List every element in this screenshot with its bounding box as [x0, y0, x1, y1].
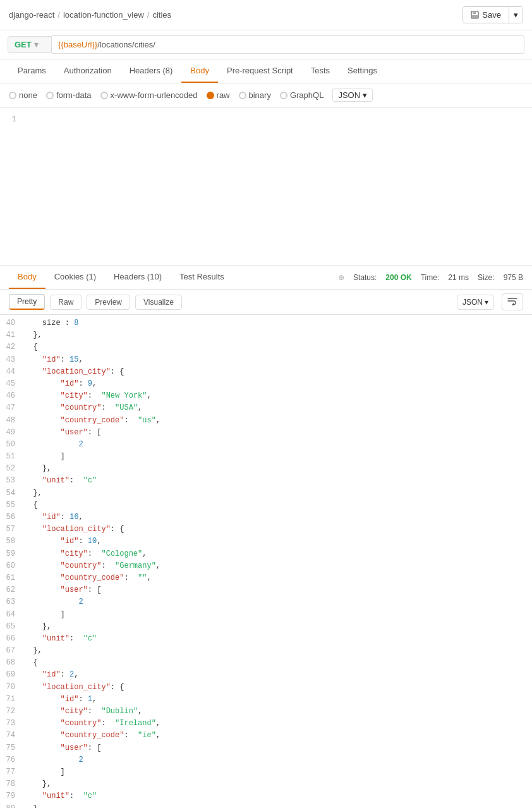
response-json-selector[interactable]: JSON ▾ [457, 295, 494, 310]
radio-raw [207, 92, 214, 99]
breadcrumb-request[interactable]: cities [152, 10, 171, 20]
json-response-line: 70 "location_city": { [0, 682, 532, 694]
json-response-line: 43 "id": 15, [0, 354, 532, 366]
breadcrumb-collection[interactable]: location-function_view [63, 10, 144, 20]
json-response-line: 77 ] [0, 766, 532, 778]
json-response-line: 75 "user": [ [0, 742, 532, 754]
request-body-editor[interactable]: 1 [0, 107, 532, 266]
radio-none [9, 92, 16, 99]
tab-pre-request[interactable]: Pre-request Script [218, 59, 302, 83]
radio-urlencoded [100, 92, 108, 99]
response-json-label: JSON [462, 298, 483, 307]
json-response-line: 49 "user": [ [0, 427, 532, 439]
json-response-line: 51 ] [0, 451, 532, 463]
body-type-form-data[interactable]: form-data [46, 90, 92, 100]
json-response-line: 57 "location_city": { [0, 523, 532, 536]
json-response-line: 71 "id": 1, [0, 694, 532, 706]
body-type-binary[interactable]: binary [239, 90, 271, 100]
json-response-line: 54 }, [0, 487, 532, 499]
response-format-row: Pretty Raw Preview Visualize JSON ▾ [0, 290, 532, 315]
editor-line-number: 1 [0, 114, 25, 126]
body-type-row: none form-data x-www-form-urlencoded raw… [0, 83, 532, 107]
body-type-graphql[interactable]: GraphQL [280, 90, 323, 100]
response-tabs-row: Body Cookies (1) Headers (10) Test Resul… [0, 266, 532, 290]
json-response-line: 68 { [0, 657, 532, 669]
method-chevron: ▾ [34, 40, 39, 49]
json-response-line: 52 }, [0, 463, 532, 475]
status-label: Status: [353, 273, 377, 282]
json-response-line: 80 } [0, 803, 532, 809]
resp-tab-test-results[interactable]: Test Results [171, 266, 233, 289]
radio-graphql [280, 92, 287, 99]
json-response-line: 45 "id": 9, [0, 378, 532, 390]
resp-tab-cookies[interactable]: Cookies (1) [45, 266, 105, 289]
json-response-line: 55 { [0, 499, 532, 511]
json-response-line: 65 }, [0, 621, 532, 633]
json-response-line: 44 "location_city": { [0, 366, 532, 378]
json-response-line: 58 "id": 10, [0, 536, 532, 548]
request-tabs: Params Authorization Headers (8) Body Pr… [0, 59, 532, 83]
radio-binary [239, 92, 246, 99]
method-label: GET [15, 40, 32, 49]
breadcrumb-sep1: / [57, 10, 60, 20]
breadcrumb-project[interactable]: django-react [9, 10, 54, 20]
save-icon [471, 11, 479, 19]
json-format-dropdown[interactable]: JSON ▾ [332, 89, 373, 102]
json-response-line: 61 "country_code": "", [0, 572, 532, 584]
body-type-none[interactable]: none [9, 90, 37, 100]
json-response-line: 74 "country_code": "ie", [0, 730, 532, 742]
size-value: 975 B [504, 273, 523, 282]
body-type-urlencoded[interactable]: x-www-form-urlencoded [100, 90, 198, 100]
response-body-json: 40 size : 841 },42 {43 "id": 15,44 "loca… [0, 315, 532, 808]
tab-body[interactable]: Body [181, 59, 218, 83]
body-type-raw[interactable]: raw [207, 90, 230, 100]
json-response-line: 69 "id": 2, [0, 669, 532, 681]
breadcrumb-sep2: / [147, 10, 150, 20]
tab-settings[interactable]: Settings [339, 59, 386, 83]
method-select[interactable]: GET ▾ [8, 36, 52, 53]
url-bar: GET ▾ {{baseUrl}}/locations/cities/ [0, 30, 532, 59]
tab-params[interactable]: Params [9, 59, 55, 83]
json-response-line: 50 2 [0, 439, 532, 451]
top-bar: django-react / location-function_view / … [0, 0, 532, 30]
tab-headers[interactable]: Headers (8) [121, 59, 182, 83]
resp-tab-body[interactable]: Body [9, 266, 45, 289]
wrap-button[interactable] [502, 293, 523, 310]
json-response-line: 73 "country": "Ireland", [0, 718, 532, 730]
breadcrumb: django-react / location-function_view / … [9, 10, 171, 20]
save-button-group: Save ▾ [462, 6, 523, 23]
tab-authorization[interactable]: Authorization [55, 59, 121, 83]
format-preview-button[interactable]: Preview [87, 295, 130, 310]
json-response-line: 67 }, [0, 645, 532, 657]
save-label: Save [482, 10, 501, 20]
tab-tests[interactable]: Tests [302, 59, 339, 83]
json-response-line: 56 "id": 16, [0, 511, 532, 523]
format-raw-button[interactable]: Raw [50, 295, 82, 310]
time-label: Time: [421, 273, 440, 282]
resp-tab-headers[interactable]: Headers (10) [105, 266, 171, 289]
size-label: Size: [478, 273, 495, 282]
status-value: 200 OK [385, 273, 411, 282]
json-response-line: 40 size : 8 [0, 317, 532, 329]
svg-rect-1 [473, 11, 476, 14]
json-response-line: 46 "city": "New York", [0, 390, 532, 402]
save-chevron-button[interactable]: ▾ [509, 7, 523, 23]
json-response-line: 63 2 [0, 596, 532, 608]
time-value: 21 ms [448, 273, 469, 282]
format-visualize-button[interactable]: Visualize [135, 295, 182, 310]
format-pretty-button[interactable]: Pretty [9, 294, 45, 310]
json-response-line: 62 "user": [ [0, 584, 532, 596]
json-response-line: 48 "country_code": "us", [0, 415, 532, 427]
globe-icon: ⊕ [338, 273, 344, 282]
json-response-line: 79 "unit": "c" [0, 790, 532, 802]
json-response-line: 59 "city": "Cologne", [0, 548, 532, 560]
save-button[interactable]: Save [463, 7, 509, 23]
url-template: {{baseUrl}} [58, 40, 97, 49]
response-tabs: Body Cookies (1) Headers (10) Test Resul… [9, 266, 233, 289]
json-response-line: 66 "unit": "c" [0, 633, 532, 645]
json-response-line: 64 ] [0, 609, 532, 621]
json-response-line: 41 }, [0, 329, 532, 341]
json-response-line: 78 }, [0, 778, 532, 790]
json-response-line: 60 "country": "Germany", [0, 560, 532, 572]
url-input[interactable]: {{baseUrl}}/locations/cities/ [52, 35, 524, 54]
